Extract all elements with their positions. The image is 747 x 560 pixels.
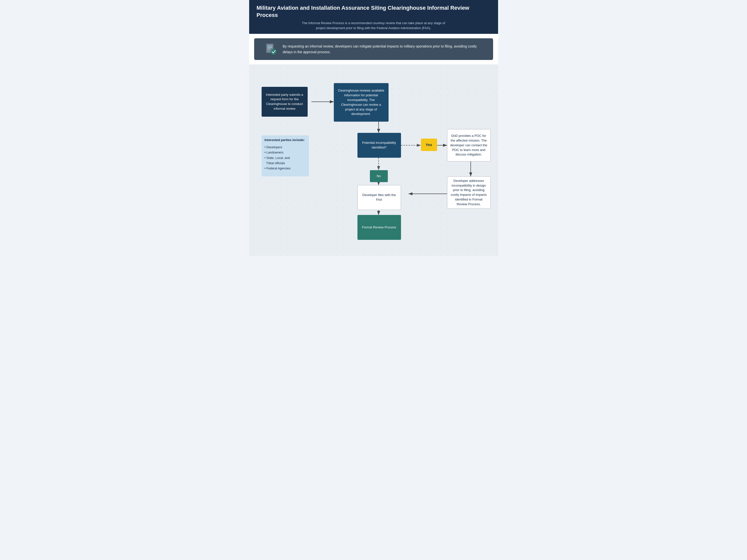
info-text: By requesting an informal review, develo… xyxy=(283,44,483,55)
dod-box: DoD provides a POC for the affected miss… xyxy=(447,129,491,161)
header-subtitle: The Informal Review Process is a recomme… xyxy=(257,21,491,30)
step3-box: Potential incompatibility identified? xyxy=(357,133,401,158)
diagram-area: Interested party submits a request form … xyxy=(249,64,498,256)
no-label: No xyxy=(370,170,388,182)
developer-addresses-box: Developer addresses incompatibility in d… xyxy=(447,177,491,209)
interested-parties-items: • Developers • Landowners • State, Local… xyxy=(265,145,290,171)
yes-label: Yes xyxy=(421,139,437,151)
header: Military Aviation and Installation Assur… xyxy=(249,0,498,34)
flow-container: Interested party submits a request form … xyxy=(254,72,493,246)
formal-review-box: Formal Review Process xyxy=(357,215,401,240)
interested-parties-box: Interested parties include: • Developers… xyxy=(262,135,309,177)
svg-point-5 xyxy=(271,49,277,55)
document-icon xyxy=(264,42,278,56)
step1-box: Interested party submits a request form … xyxy=(262,87,308,117)
page-title: Military Aviation and Installation Assur… xyxy=(257,4,491,19)
page: Military Aviation and Installation Assur… xyxy=(249,0,498,256)
interested-parties-title: Interested parties include: xyxy=(265,138,305,142)
info-bar: By requesting an informal review, develo… xyxy=(254,38,493,60)
developer-files-box: Developer files with the FAA xyxy=(357,185,401,210)
step2-box: Clearinghouse reviews available informat… xyxy=(334,83,389,122)
